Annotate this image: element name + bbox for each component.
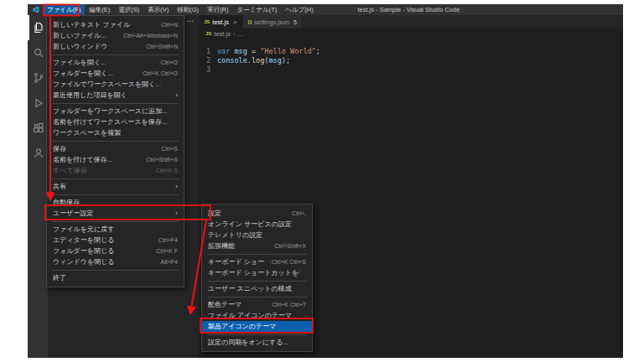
menu-item[interactable]: 新しいウィンドウ Ctrl+Shift+N › [47, 41, 184, 52]
menu-separator: › [207, 281, 307, 282]
menubar-item[interactable]: 表示(V) [143, 4, 173, 15]
search-icon[interactable] [28, 40, 48, 65]
breadcrumb: JS test.js › … [199, 28, 623, 39]
menu-item[interactable]: フォルダーを開く... Ctrl+K Ctrl+O › [47, 68, 184, 79]
breadcrumb-file[interactable]: test.js [214, 30, 231, 38]
menu-separator: › [52, 270, 179, 271]
menu-item-label: 自動保存 [53, 198, 171, 207]
menu-item[interactable]: オンライン サービスの設定 › [202, 219, 312, 230]
line-number: 2 [199, 56, 217, 65]
menu-item-label: 新しいファイル... [53, 31, 117, 40]
menu-item-label: テレメトリの設定 [208, 230, 299, 240]
menubar-item[interactable]: 移動(G) [173, 4, 203, 15]
menu-item-shortcut: Ctrl+F4 [158, 237, 178, 243]
menubar-item[interactable]: 編集(E) [85, 4, 114, 15]
menu-item[interactable]: 保存 Ctrl+S › [47, 143, 184, 154]
javascript-file-icon: JS [204, 19, 210, 24]
tab-label: settings.json [254, 18, 289, 26]
menu-item-label: 配色テーマ [208, 300, 265, 309]
menu-item[interactable]: 終了 › [47, 272, 184, 283]
menu-item[interactable]: 配色テーマ Ctrl+K Ctrl+T › [202, 299, 312, 310]
menubar-item[interactable]: 実行(R) [203, 4, 232, 15]
line-number: 1 [199, 47, 217, 56]
menu-item-label: 名前を付けてワークスペースを保存... [53, 117, 171, 127]
code-editor[interactable]: 1var msg = "Hello World"; 2console.log(m… [199, 39, 623, 75]
menu-item[interactable]: 新しいテキスト ファイル Ctrl+N › [47, 19, 184, 30]
menu-item[interactable]: ファイルを開く... Ctrl+O › [47, 57, 184, 68]
menubar-item-label: 移動(G) [177, 6, 199, 13]
breadcrumb-symbol[interactable]: … [237, 30, 244, 38]
menu-item-shortcut: Ctrl+K Ctrl+T [272, 302, 306, 308]
code-token: "Hello World" [260, 47, 316, 56]
menubar-item[interactable]: ヘルプ(H) [281, 4, 317, 15]
menu-item[interactable]: ファイル アイコンのテーマ › [202, 310, 312, 321]
menu-item[interactable]: すべて保存 Ctrl+K S › [47, 165, 184, 176]
explorer-icon[interactable] [28, 15, 48, 40]
line-number: 3 [199, 65, 217, 75]
menu-item[interactable]: 拡張機能 Ctrl+Shift+X › [202, 240, 312, 251]
menu-item[interactable]: 新しいファイル... Ctrl+Alt+Windows+N › [47, 30, 184, 41]
menu-item[interactable]: ウィンドウを閉じる Alt+F4 › [47, 256, 184, 267]
menu-item-label: ファイルを開く... [53, 58, 154, 67]
menu-item-label: フォルダーをワークスペースに追加... [53, 106, 171, 116]
menubar: ファイル(F) 編集(E) 選択(S) 表示(V) 移動(G) 実行(R) ター… [43, 4, 318, 15]
code-token: var [217, 47, 230, 56]
menu-item-label: ファイルを元に戻す [53, 225, 171, 234]
menubar-item-label: 表示(V) [148, 6, 169, 13]
menu-item[interactable]: 設定の同期をオンにする... › [202, 337, 312, 348]
menu-item-label: エディターを閉じる [53, 235, 152, 245]
tab-close-icon[interactable]: × [233, 18, 237, 26]
extensions-icon[interactable] [28, 116, 48, 141]
code-line: 3 [199, 65, 623, 75]
menu-item[interactable]: ファイルでワークスペースを開く... › [47, 79, 184, 90]
code-token: ); [282, 56, 290, 65]
menu-item[interactable]: ユーザー設定 › [47, 208, 184, 219]
menubar-item[interactable]: ターミナル(T) [233, 4, 282, 15]
menu-item-shortcut: Ctrl+Shift+N [146, 44, 178, 49]
menu-item[interactable]: ファイルを元に戻す › [47, 224, 184, 235]
menu-item-label: すべて保存 [53, 166, 149, 175]
menubar-item[interactable]: 選択(S) [114, 4, 143, 15]
menu-item[interactable]: テレメトリの設定 › [202, 230, 312, 240]
tab-settingsjson[interactable]: {} settings.json 5 [243, 15, 303, 28]
tab-badge: 5 [293, 19, 297, 25]
menu-item-shortcut: Ctrl+K Ctrl+O [143, 70, 178, 76]
menu-item[interactable]: キーボード ショートカット Ctrl+K Ctrl+S › [202, 256, 312, 267]
file-menu: 新しいテキスト ファイル Ctrl+N › 新しいファイル... Ctrl+Al… [46, 15, 184, 287]
menu-item-label: フォルダーを開く... [53, 69, 136, 78]
menu-item-label: 保存 [53, 144, 154, 153]
menu-item[interactable]: 名前を付けてワークスペースを保存... › [47, 116, 184, 127]
menu-item-label: 設定 [208, 209, 285, 218]
menubar-item[interactable]: ファイル(F) [43, 4, 85, 15]
menu-item-label: 名前を付けて保存... [53, 155, 139, 164]
user-settings-submenu: 設定 Ctrl+, › オンライン サービスの設定 › テレメトリの設定 › [201, 204, 313, 352]
menu-item[interactable]: 最近使用した項目を開く › [47, 90, 184, 101]
source-control-icon[interactable] [28, 65, 48, 90]
menu-item-label: 最近使用した項目を開く [53, 90, 165, 100]
menu-item-label: ファイル アイコンのテーマ [208, 311, 299, 320]
menu-item[interactable]: キーボード ショートカットを移行する... › [202, 267, 312, 278]
chevron-right-icon: › [233, 30, 236, 38]
menu-item[interactable]: フォルダーを閉じる Ctrl+K F › [47, 246, 184, 256]
menu-item[interactable]: 設定 Ctrl+, › [202, 208, 312, 219]
menu-item[interactable]: エディターを閉じる Ctrl+F4 › [47, 235, 184, 246]
vscode-logo-icon [32, 6, 39, 13]
menu-item-label: ファイルでワークスペースを開く... [53, 80, 171, 89]
activity-bar [28, 15, 48, 358]
menu-item-shortcut: Ctrl+, [292, 210, 306, 216]
tab-bar: JS test.js × {} settings.json 5 [199, 15, 623, 28]
menu-item[interactable]: ワークスペースを複製 › [47, 127, 184, 138]
menu-item[interactable]: フォルダーをワークスペースに追加... › [47, 106, 184, 116]
account-icon[interactable] [28, 141, 48, 166]
menu-item[interactable]: ユーザー スニペットの構成 › [202, 283, 312, 294]
tab-testjs[interactable]: JS test.js × [199, 15, 243, 28]
run-debug-icon[interactable] [28, 90, 48, 116]
menu-item[interactable]: 自動保存 › [47, 197, 184, 208]
menu-item[interactable]: 製品アイコンのテーマ › [202, 321, 312, 332]
menu-item-label: キーボード ショートカット [208, 257, 265, 266]
menubar-item-label: ターミナル(T) [237, 6, 278, 13]
menu-item[interactable]: 名前を付けて保存... Ctrl+Shift+S › [47, 154, 184, 165]
sidebar-more-actions-icon[interactable]: ⋯ [186, 16, 194, 26]
code-token: msg [268, 56, 281, 65]
menu-item[interactable]: 共有 › [47, 181, 184, 192]
